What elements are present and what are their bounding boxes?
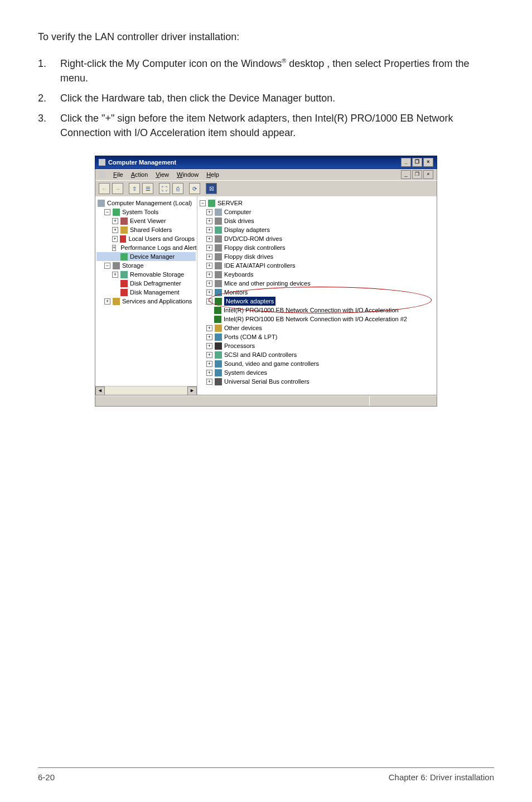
dev-monitors[interactable]: +Monitors [199,288,436,297]
tree-system-tools[interactable]: −System Tools [96,207,196,216]
dev-system[interactable]: +System devices [199,368,436,377]
defrag-icon [120,280,128,287]
expand-icon[interactable]: + [206,352,212,358]
tree-disk-management[interactable]: Disk Management [96,288,196,297]
dev-disk-drives[interactable]: +Disk drives [199,216,436,225]
expand-icon[interactable]: + [206,334,212,340]
dvd-icon [215,235,222,243]
toolbar-list-button[interactable]: ☰ [142,183,153,194]
expand-icon[interactable]: + [206,254,212,260]
child-minimize-button[interactable]: _ [401,170,411,179]
floppy-icon [215,253,222,260]
expand-icon[interactable]: + [206,325,212,331]
child-restore-button[interactable]: ❐ [412,170,422,179]
expand-icon[interactable]: + [112,227,118,233]
collapse-icon[interactable]: − [104,263,110,269]
expand-icon[interactable]: + [206,379,212,385]
menu-window[interactable]: Window [177,171,199,178]
page-footer: 6-20 Chapter 6: Driver installation [38,767,494,782]
tree-performance-logs[interactable]: +Performance Logs and Alerts [96,243,196,252]
tree-services-apps[interactable]: +Services and Applications [96,297,196,306]
expand-icon[interactable]: + [206,361,212,367]
tree-root[interactable]: Computer Management (Local) [96,199,196,207]
dev-ports[interactable]: +Ports (COM & LPT) [199,332,436,341]
toolbar-print-button[interactable]: ⎙ [172,183,183,194]
status-cell-1 [95,396,370,406]
scroll-left-button[interactable]: ◄ [95,386,105,395]
tree-shared-folders[interactable]: +Shared Folders [96,225,196,234]
dev-processors[interactable]: +Processors [199,341,436,350]
expand-icon[interactable]: + [206,343,212,349]
dev-ide[interactable]: +IDE ATA/ATAPI controllers [199,261,436,270]
expand-icon[interactable]: + [206,263,212,269]
toolbar-properties-button[interactable]: ⛶ [159,183,170,194]
expand-icon[interactable]: + [104,298,110,305]
toolbar-refresh-button[interactable]: ⟳ [189,183,200,194]
tree-storage[interactable]: −Storage [96,261,196,270]
dev-dvd[interactable]: +DVD/CD-ROM drives [199,234,436,243]
display-icon [215,226,222,234]
collapse-icon[interactable]: − [200,200,206,206]
maximize-button[interactable]: ❐ [412,158,422,167]
tree-local-users[interactable]: +Local Users and Groups [96,234,196,243]
dev-display-adapters[interactable]: +Display adapters [199,225,436,234]
tools-icon [113,209,120,216]
expand-icon[interactable]: + [206,281,212,287]
screenshot-window: Computer Management _ ❐ × File Action Vi… [95,156,437,407]
dev-keyboards[interactable]: +Keyboards [199,270,436,279]
toolbar-forward-button[interactable]: → [112,183,123,194]
expand-icon[interactable]: + [206,236,212,242]
dev-sound[interactable]: +Sound, video and game controllers [199,359,436,368]
menu-help[interactable]: Help [206,171,219,178]
expand-icon[interactable]: + [112,245,116,251]
tree-event-viewer[interactable]: +Event Viewer [96,216,196,225]
left-tree-pane: Computer Management (Local) −System Tool… [95,196,197,395]
dev-mice[interactable]: +Mice and other pointing devices [199,279,436,288]
child-close-button[interactable]: × [423,170,433,179]
expand-icon[interactable]: + [206,209,212,215]
dev-usb[interactable]: +Universal Serial Bus controllers [199,377,436,386]
menu-action[interactable]: Action [131,171,148,178]
dev-other[interactable]: +Other devices [199,323,436,332]
dev-scsi[interactable]: +SCSI and RAID controllers [199,350,436,359]
dev-floppy-ctrl[interactable]: +Floppy disk controllers [199,243,436,252]
collapse-icon[interactable]: − [206,298,212,305]
minimize-button[interactable]: _ [401,158,411,167]
dev-network-adapters[interactable]: −Network adapters [199,297,436,306]
dev-server[interactable]: −SERVER [199,199,436,207]
close-button[interactable]: × [423,158,433,167]
users-icon [120,235,126,243]
expand-icon[interactable]: + [206,218,212,224]
expand-icon[interactable]: + [206,289,212,296]
expand-icon[interactable]: + [112,218,118,224]
window-titlebar[interactable]: Computer Management _ ❐ × [95,156,437,169]
dev-network-adapters-label: Network adapters [224,297,275,306]
toolbar-up-button[interactable]: ⇧ [129,183,140,194]
menu-view[interactable]: View [156,171,169,178]
step-2-text: Click the Hardware tab, then click the D… [60,91,494,105]
menubar: File Action View Window Help _ ❐ × [95,169,437,180]
expand-icon[interactable]: + [206,227,212,233]
expand-icon[interactable]: + [112,272,118,278]
scroll-right-button[interactable]: ► [187,386,197,395]
monitor-icon [215,289,222,296]
menu-file[interactable]: File [113,171,123,178]
computer-icon [98,200,105,207]
toolbar-back-button[interactable]: ← [99,183,110,194]
dev-nic-2[interactable]: Intel(R) PRO/1000 EB Network Connection … [199,315,436,323]
toolbar-extra-button[interactable]: ☒ [206,183,217,194]
left-scrollbar[interactable]: ◄ ► [95,386,197,395]
right-tree-pane: −SERVER +Computer +Disk drives +Display … [197,196,437,395]
expand-icon[interactable]: + [206,370,212,376]
tree-disk-defragmenter[interactable]: Disk Defragmenter [96,279,196,288]
dev-nic-1[interactable]: Intel(R) PRO/1000 EB Network Connection … [199,306,436,315]
tree-removable-storage[interactable]: +Removable Storage [96,270,196,279]
expand-icon[interactable]: + [206,245,212,251]
collapse-icon[interactable]: − [104,209,110,215]
expand-icon[interactable]: + [206,272,212,278]
dev-computer[interactable]: +Computer [199,207,436,216]
expand-icon[interactable]: + [112,236,118,242]
system-icon [215,369,222,376]
dev-floppy[interactable]: +Floppy disk drives [199,252,436,261]
tree-device-manager[interactable]: Device Manager [96,252,196,261]
